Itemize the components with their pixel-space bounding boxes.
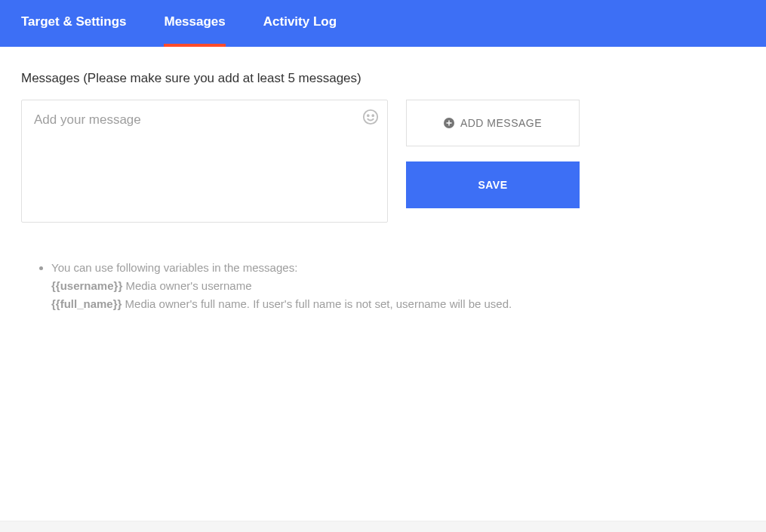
help-item: You can use following variables in the m… — [51, 259, 745, 313]
help-intro: You can use following variables in the m… — [51, 261, 297, 274]
svg-point-2 — [372, 115, 374, 116]
help-var1-name: {{username}} — [51, 279, 122, 292]
svg-point-1 — [368, 115, 369, 116]
tab-activity-log[interactable]: Activity Log — [263, 0, 337, 47]
section-title: Messages (Please make sure you add at le… — [21, 71, 745, 86]
tab-target-settings[interactable]: Target & Settings — [21, 0, 126, 47]
svg-point-0 — [364, 110, 377, 124]
message-input[interactable] — [21, 100, 388, 223]
add-message-label: ADD MESSAGE — [460, 117, 542, 129]
header-tabs: Target & Settings Messages Activity Log — [0, 0, 766, 47]
plus-circle-icon — [444, 118, 454, 128]
right-column: ADD MESSAGE SAVE — [406, 100, 580, 208]
help-var2-name: {{full_name}} — [51, 297, 122, 310]
emoji-icon[interactable] — [362, 109, 379, 125]
save-button[interactable]: SAVE — [406, 161, 580, 208]
message-input-wrap — [21, 100, 388, 226]
footer-separator — [0, 521, 766, 532]
tab-messages[interactable]: Messages — [164, 0, 225, 47]
form-row: ADD MESSAGE SAVE — [21, 100, 745, 226]
add-message-button[interactable]: ADD MESSAGE — [406, 100, 580, 146]
help-var2-desc: Media owner's full name. If user's full … — [122, 297, 512, 310]
help-var1-desc: Media owner's username — [122, 279, 251, 292]
help-list: You can use following variables in the m… — [21, 259, 745, 313]
content-area: Messages (Please make sure you add at le… — [0, 47, 766, 337]
